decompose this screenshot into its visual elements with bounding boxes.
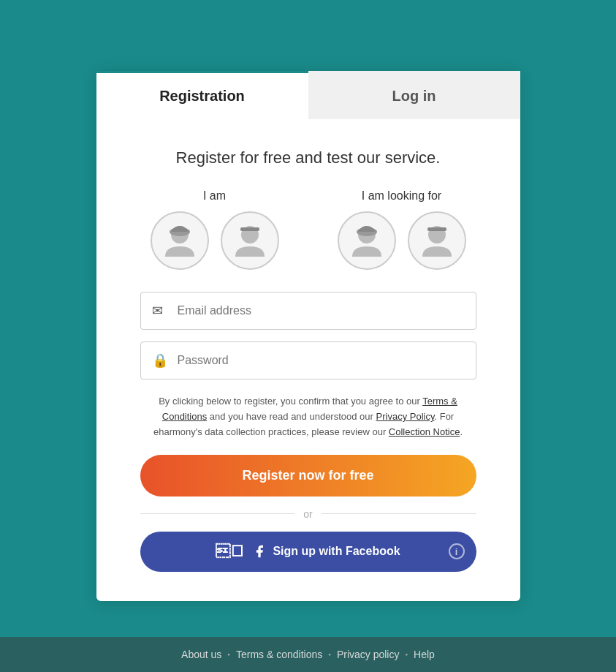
svg-rect-7	[427, 227, 446, 231]
collection-link[interactable]: Collection Notice	[389, 426, 460, 437]
lock-icon: 🔒	[152, 352, 168, 369]
email-icon: ✉	[152, 303, 163, 319]
svg-rect-3	[240, 227, 259, 231]
footer-links: About us ● Terms & conditions ● Privacy …	[0, 649, 616, 660]
register-button[interactable]: Register now for free	[140, 455, 476, 497]
footer-about-link[interactable]: About us	[175, 649, 227, 660]
disclaimer-before: By clicking below to register, you confi…	[159, 396, 422, 407]
looking-for-label: I am looking for	[362, 189, 441, 203]
or-divider: or	[140, 508, 476, 520]
facebook-button-label: Sign up with Facebook	[273, 545, 400, 558]
info-icon[interactable]: i	[449, 543, 465, 559]
registration-card: Registration Log in Register for free an…	[96, 71, 520, 600]
i-am-group: I am	[151, 189, 279, 270]
card-body: Register for free and test our service. …	[96, 119, 520, 571]
i-am-female[interactable]	[151, 211, 209, 270]
facebook-logo-icon	[252, 544, 267, 559]
email-group: ✉	[140, 292, 476, 330]
facebook-icon: ☐	[216, 543, 245, 560]
looking-for-male[interactable]	[408, 211, 466, 270]
i-am-male[interactable]	[221, 211, 279, 270]
tabs-container: Registration Log in	[96, 71, 520, 119]
footer: About us ● Terms & conditions ● Privacy …	[0, 637, 616, 672]
tab-registration[interactable]: Registration	[96, 71, 308, 119]
footer-terms-link[interactable]: Terms & conditions	[230, 649, 328, 660]
disclaimer-end: .	[460, 426, 463, 437]
looking-for-female[interactable]	[338, 211, 396, 270]
tab-login[interactable]: Log in	[308, 71, 520, 119]
looking-for-group: I am looking for	[338, 189, 466, 270]
facebook-button[interactable]: ☐ Sign up with Facebook i	[140, 532, 476, 572]
page-wrapper: Registration Log in Register for free an…	[0, 0, 616, 672]
footer-help-link[interactable]: Help	[408, 649, 441, 660]
i-am-options	[151, 211, 279, 270]
password-group: 🔒	[140, 341, 476, 380]
disclaimer-text: By clicking below to register, you confi…	[140, 394, 476, 439]
i-am-label: I am	[203, 189, 226, 203]
subtitle: Register for free and test our service.	[140, 148, 476, 167]
looking-for-options	[338, 211, 466, 270]
gender-section: I am	[140, 189, 476, 270]
password-input[interactable]	[140, 341, 476, 380]
or-label: or	[303, 508, 312, 520]
footer-privacy-link[interactable]: Privacy policy	[331, 649, 406, 660]
email-input[interactable]	[140, 292, 476, 330]
disclaimer-middle: and you have read and understood our	[207, 411, 376, 422]
privacy-link[interactable]: Privacy Policy	[376, 411, 435, 422]
